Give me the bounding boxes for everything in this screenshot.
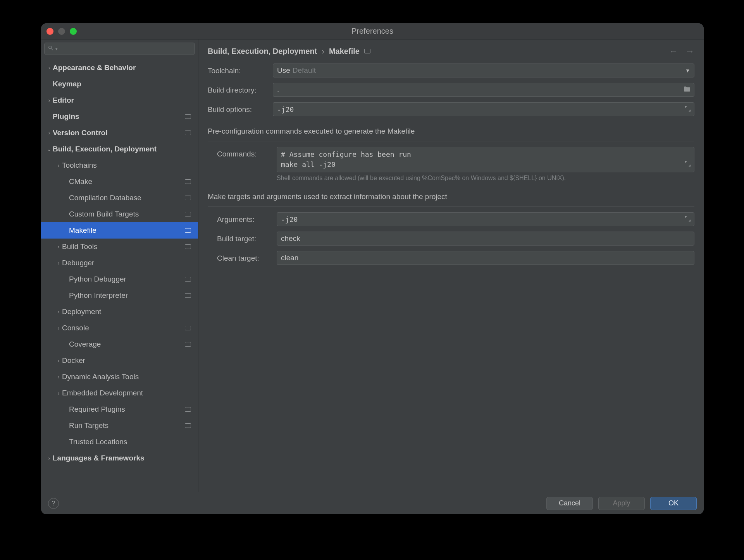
sidebar-item-python-interpreter[interactable]: Python Interpreter bbox=[41, 287, 198, 304]
sidebar-item-python-debugger[interactable]: Python Debugger bbox=[41, 271, 198, 287]
project-scope-icon bbox=[364, 49, 370, 53]
apply-button[interactable]: Apply bbox=[598, 497, 645, 510]
sidebar-item-console[interactable]: ›Console bbox=[41, 320, 198, 336]
chevron-icon: › bbox=[55, 390, 62, 396]
clean-target-value: clean bbox=[281, 254, 298, 262]
sidebar-item-keymap[interactable]: Keymap bbox=[41, 76, 198, 92]
forward-icon[interactable]: → bbox=[685, 46, 694, 57]
label-toolchain: Toolchain: bbox=[208, 64, 268, 75]
expand-icon[interactable] bbox=[685, 215, 691, 223]
toolchain-value: Default bbox=[293, 66, 316, 75]
expand-icon[interactable] bbox=[685, 105, 691, 113]
toolchain-prefix: Use bbox=[277, 66, 290, 75]
row-build-dir: Build directory: . bbox=[208, 83, 694, 97]
chevron-icon bbox=[55, 406, 62, 412]
settings-main: Build, Execution, Deployment › Makefile … bbox=[198, 40, 704, 492]
sidebar-item-label: Custom Build Targets bbox=[69, 210, 185, 218]
project-scope-icon bbox=[185, 228, 191, 233]
project-scope-icon bbox=[185, 407, 191, 412]
sidebar-item-languages-frameworks[interactable]: ›Languages & Frameworks bbox=[41, 450, 198, 466]
sidebar-item-compilation-database[interactable]: Compilation Database bbox=[41, 190, 198, 206]
expand-icon[interactable] bbox=[609, 149, 691, 180]
breadcrumb-sep-icon: › bbox=[322, 47, 324, 56]
chevron-icon bbox=[46, 113, 53, 120]
arguments-value: -j20 bbox=[281, 215, 298, 223]
main-header: Build, Execution, Deployment › Makefile … bbox=[198, 40, 704, 61]
chevron-icon bbox=[55, 227, 62, 234]
sidebar-item-version-control[interactable]: ›Version Control bbox=[41, 125, 198, 141]
clean-target-input[interactable]: clean bbox=[277, 251, 694, 265]
window-title: Preferences bbox=[41, 27, 704, 36]
folder-icon[interactable] bbox=[683, 86, 691, 94]
sidebar-item-cmake[interactable]: CMake bbox=[41, 173, 198, 190]
build-target-value: check bbox=[281, 234, 300, 243]
chevron-icon bbox=[55, 292, 62, 299]
sidebar-item-label: Required Plugins bbox=[69, 405, 185, 414]
minimize-window[interactable] bbox=[58, 28, 65, 35]
build-dir-value: . bbox=[277, 86, 279, 94]
sidebar-item-dynamic-analysis-tools[interactable]: ›Dynamic Analysis Tools bbox=[41, 369, 198, 385]
chevron-icon: ⌄ bbox=[46, 146, 53, 152]
row-commands: Commands: # Assume configure has been ru… bbox=[217, 147, 694, 182]
row-build-options: Build options: -j20 bbox=[208, 102, 694, 116]
chevron-icon: › bbox=[55, 244, 62, 250]
chevron-icon: › bbox=[46, 455, 53, 461]
label-build-target: Build target: bbox=[217, 232, 272, 243]
build-options-input[interactable]: -j20 bbox=[273, 102, 694, 116]
sidebar-item-label: Languages & Frameworks bbox=[53, 454, 191, 462]
chevron-down-icon: ▼ bbox=[685, 68, 690, 74]
sidebar-item-label: Python Interpreter bbox=[69, 291, 185, 300]
project-scope-icon bbox=[185, 293, 191, 298]
commands-input[interactable]: # Assume configure has been run make all… bbox=[277, 147, 694, 172]
sidebar-item-label: Dynamic Analysis Tools bbox=[62, 373, 191, 381]
sidebar-item-label: Appearance & Behavior bbox=[53, 64, 191, 72]
sidebar-item-build-execution-deployment[interactable]: ⌄Build, Execution, Deployment bbox=[41, 141, 198, 157]
label-clean-target: Clean target: bbox=[217, 251, 272, 263]
row-arguments: Arguments: -j20 bbox=[217, 212, 694, 226]
sidebar-item-toolchains[interactable]: ›Toolchains bbox=[41, 157, 198, 173]
back-icon[interactable]: ← bbox=[669, 46, 678, 57]
label-arguments: Arguments: bbox=[217, 212, 272, 224]
help-button[interactable]: ? bbox=[48, 498, 59, 509]
close-window[interactable] bbox=[46, 28, 53, 35]
sidebar-item-docker[interactable]: ›Docker bbox=[41, 352, 198, 369]
sidebar-item-plugins[interactable]: Plugins bbox=[41, 108, 198, 125]
sidebar-item-required-plugins[interactable]: Required Plugins bbox=[41, 401, 198, 417]
label-build-dir: Build directory: bbox=[208, 83, 268, 94]
arguments-input[interactable]: -j20 bbox=[277, 212, 694, 226]
sidebar-item-coverage[interactable]: Coverage bbox=[41, 336, 198, 352]
search-input[interactable]: ▾ bbox=[44, 43, 195, 55]
chevron-icon: › bbox=[46, 97, 53, 103]
toolchain-dropdown[interactable]: Use Default ▼ bbox=[273, 64, 694, 77]
chevron-icon: › bbox=[55, 357, 62, 364]
sidebar-item-build-tools[interactable]: ›Build Tools bbox=[41, 239, 198, 255]
chevron-icon bbox=[55, 179, 62, 185]
settings-tree[interactable]: ›Appearance & Behavior Keymap›Editor Plu… bbox=[41, 58, 198, 492]
section-preconfiguration: Pre-configuration commands executed to g… bbox=[208, 127, 694, 141]
sidebar-item-makefile[interactable]: Makefile bbox=[41, 222, 198, 239]
sidebar-item-trusted-locations[interactable]: Trusted Locations bbox=[41, 434, 198, 450]
sidebar-item-editor[interactable]: ›Editor bbox=[41, 92, 198, 108]
maximize-window[interactable] bbox=[70, 28, 77, 35]
build-target-input[interactable]: check bbox=[277, 232, 694, 246]
sidebar-item-label: Docker bbox=[62, 356, 191, 365]
sidebar-item-embedded-development[interactable]: ›Embedded Development bbox=[41, 385, 198, 401]
sidebar-item-run-targets[interactable]: Run Targets bbox=[41, 417, 198, 434]
breadcrumb-leaf: Makefile bbox=[329, 47, 360, 56]
sidebar-item-appearance-behavior[interactable]: ›Appearance & Behavior bbox=[41, 60, 198, 76]
sidebar-item-label: Build Tools bbox=[62, 242, 185, 251]
chevron-icon bbox=[46, 81, 53, 87]
build-dir-input[interactable]: . bbox=[273, 83, 694, 97]
sidebar-item-debugger[interactable]: ›Debugger bbox=[41, 255, 198, 271]
row-clean-target: Clean target: clean bbox=[217, 251, 694, 265]
sidebar-item-custom-build-targets[interactable]: Custom Build Targets bbox=[41, 206, 198, 222]
breadcrumb: Build, Execution, Deployment › Makefile bbox=[208, 47, 370, 56]
preconf-group: Commands: # Assume configure has been ru… bbox=[208, 147, 694, 182]
sidebar-item-label: Debugger bbox=[62, 259, 191, 267]
titlebar: Preferences bbox=[41, 23, 704, 40]
ok-button[interactable]: OK bbox=[650, 497, 697, 510]
cancel-button[interactable]: Cancel bbox=[546, 497, 593, 510]
preferences-window: Preferences ▾ ›Appearance & Behavior Key… bbox=[41, 23, 704, 514]
sidebar-item-deployment[interactable]: ›Deployment bbox=[41, 304, 198, 320]
sidebar-item-label: CMake bbox=[69, 177, 185, 186]
